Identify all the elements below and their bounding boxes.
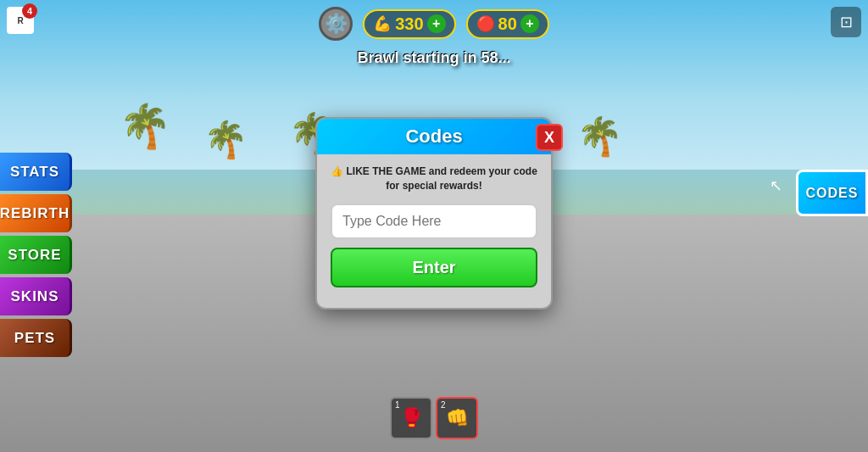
modal-close-button[interactable]: X xyxy=(536,124,563,151)
code-input[interactable] xyxy=(331,204,537,239)
roblox-corner: R 4 xyxy=(7,7,34,34)
mouse-cursor: ↖ xyxy=(770,176,783,195)
modal-body: 👍 LIKE THE GAME and redeem your code for… xyxy=(317,154,551,294)
roblox-icon-label: R xyxy=(17,16,23,25)
enter-code-button[interactable]: Enter xyxy=(331,248,537,287)
modal-description: 👍 LIKE THE GAME and redeem your code for… xyxy=(331,165,537,193)
codes-modal: Codes X 👍 LIKE THE GAME and redeem your … xyxy=(315,117,553,310)
roblox-icon: R 4 xyxy=(7,7,34,34)
screen-capture-icon[interactable]: ⊡ xyxy=(831,7,861,37)
modal-title-bar: Codes X xyxy=(317,119,551,154)
notification-badge: 4 xyxy=(22,3,37,19)
modal-title: Codes xyxy=(331,126,537,148)
modal-overlay: Codes X 👍 LIKE THE GAME and redeem your … xyxy=(0,0,868,452)
